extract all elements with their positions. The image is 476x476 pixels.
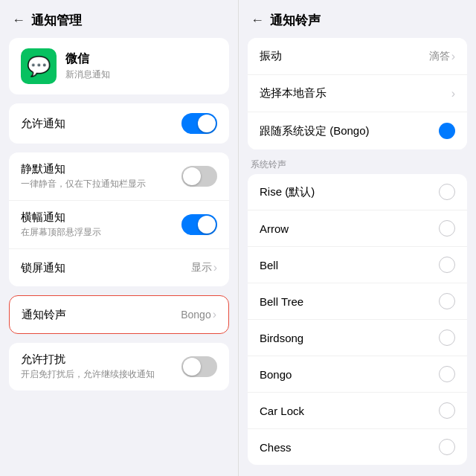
ringtone-birdsong-label: Birdsong: [260, 332, 303, 344]
lockscreen-notify-label: 锁屏通知: [21, 261, 65, 275]
ringtone-bongo-label: Bongo: [260, 368, 292, 381]
local-music-label: 选择本地音乐: [260, 86, 327, 100]
ringtone-birdsong[interactable]: Birdsong: [248, 320, 467, 356]
ringtone-value-text: Bongo: [181, 309, 210, 321]
right-back-button[interactable]: ←: [251, 13, 264, 28]
silent-notify-row: 静默通知 一律静音，仅在下拉通知栏显示: [9, 152, 229, 201]
ringtone-label: 通知铃声: [22, 308, 66, 322]
ringtone-rise-label: Rise (默认): [260, 185, 315, 199]
banner-notify-left: 横幅通知 在屏幕顶部悬浮显示: [21, 210, 181, 239]
lockscreen-notify-row[interactable]: 锁屏通知 显示 ›: [9, 249, 229, 286]
app-subtitle: 新消息通知: [65, 68, 110, 81]
lockscreen-notify-value: 显示 ›: [191, 261, 217, 274]
follow-system-radio-selected: [439, 123, 455, 139]
allow-notify-group: 允许通知: [9, 103, 229, 144]
banner-notify-toggle[interactable]: [181, 214, 217, 235]
vibrate-row[interactable]: 振动 滴答 ›: [248, 38, 467, 75]
system-ringtones-section-label: 系统铃声: [239, 152, 476, 174]
ringtone-chevron-icon: ›: [213, 308, 216, 321]
disturb-sublabel: 开启免打扰后，允许继续接收通知: [21, 368, 181, 381]
left-header: ← 通知管理: [0, 0, 238, 38]
ringtone-bell[interactable]: Bell: [248, 247, 467, 283]
silent-notify-knob: [183, 167, 201, 185]
allow-notify-toggle[interactable]: [181, 113, 217, 134]
ringtone-bell-label: Bell: [260, 259, 278, 271]
banner-notify-knob: [198, 216, 216, 234]
silent-notify-toggle[interactable]: [181, 166, 217, 187]
wechat-app-icon: 💬: [21, 48, 57, 84]
ringtone-car-lock-radio: [439, 402, 455, 419]
silent-notify-sublabel: 一律静音，仅在下拉通知栏显示: [21, 178, 181, 190]
right-panel-title: 通知铃声: [270, 12, 321, 29]
ringtone-bell-tree-label: Bell Tree: [260, 295, 303, 308]
ringtone-group: 通知铃声 Bongo ›: [9, 295, 229, 334]
banner-notify-label: 横幅通知: [21, 210, 181, 225]
silent-notify-left: 静默通知 一律静音，仅在下拉通知栏显示: [21, 162, 181, 190]
ringtone-bongo[interactable]: Bongo: [248, 356, 467, 393]
local-music-chevron-icon: ›: [451, 87, 455, 100]
ringtone-bell-tree[interactable]: Bell Tree: [248, 283, 467, 320]
left-panel-title: 通知管理: [31, 12, 82, 29]
left-back-button[interactable]: ←: [12, 13, 25, 28]
ringtone-chess[interactable]: Chess: [248, 429, 467, 465]
silent-notify-label: 静默通知: [21, 162, 181, 176]
app-card: 💬 微信 新消息通知: [9, 38, 229, 94]
allow-notify-knob: [198, 115, 216, 132]
silent-banner-group: 静默通知 一律静音，仅在下拉通知栏显示 横幅通知 在屏幕顶部悬浮显示 锁屏通知 …: [9, 152, 229, 286]
lockscreen-chevron-icon: ›: [213, 261, 217, 274]
ringtone-rise-radio: [439, 184, 455, 200]
disturb-toggle[interactable]: [181, 356, 217, 377]
system-ringtones-group: Rise (默认) Arrow Bell Bell Tree Birdsong …: [248, 174, 467, 465]
app-info: 微信 新消息通知: [65, 51, 110, 81]
vibrate-label: 振动: [260, 49, 282, 63]
ringtone-value: Bongo ›: [181, 308, 216, 321]
ringtone-arrow[interactable]: Arrow: [248, 210, 467, 247]
ringtone-chess-radio: [439, 439, 455, 455]
ringtone-chess-label: Chess: [260, 441, 292, 454]
banner-notify-row: 横幅通知 在屏幕顶部悬浮显示: [9, 201, 229, 249]
allow-notify-row: 允许通知: [9, 103, 229, 144]
vibrate-value: 滴答 ›: [429, 50, 455, 63]
vibrate-chevron-icon: ›: [451, 50, 455, 63]
ringtone-bell-radio: [439, 257, 455, 273]
ringtone-birdsong-radio: [439, 329, 455, 346]
ringtone-car-lock-label: Car Lock: [260, 405, 304, 417]
follow-system-label: 跟随系统设定 (Bongo): [260, 124, 370, 138]
vibrate-value-text: 滴答: [429, 50, 450, 63]
ringtone-arrow-radio: [439, 220, 455, 237]
ringtone-row[interactable]: 通知铃声 Bongo ›: [10, 296, 228, 333]
ringtone-rise[interactable]: Rise (默认): [248, 174, 467, 210]
banner-notify-sublabel: 在屏幕顶部悬浮显示: [21, 226, 181, 239]
ringtone-bongo-radio: [439, 366, 455, 382]
disturb-label: 允许打扰: [21, 353, 181, 367]
allow-notify-label: 允许通知: [21, 117, 65, 131]
right-header: ← 通知铃声: [239, 0, 476, 38]
follow-system-row[interactable]: 跟随系统设定 (Bongo): [248, 112, 467, 149]
right-panel: ← 通知铃声 振动 滴答 › 选择本地音乐 › 跟随系统设定 (Bongo) 系…: [238, 0, 476, 476]
top-options-group: 振动 滴答 › 选择本地音乐 › 跟随系统设定 (Bongo): [248, 38, 467, 149]
disturb-knob: [183, 358, 201, 376]
disturb-left: 允许打扰 开启免打扰后，允许继续接收通知: [21, 353, 181, 381]
ringtone-bell-tree-radio: [439, 293, 455, 309]
ringtone-arrow-label: Arrow: [260, 222, 289, 235]
disturb-group: 允许打扰 开启免打扰后，允许继续接收通知: [9, 343, 229, 390]
left-panel: ← 通知管理 💬 微信 新消息通知 允许通知 静默通知 一律静音，仅在下拉通知栏…: [0, 0, 238, 476]
wechat-logo: 💬: [27, 55, 51, 78]
local-music-row[interactable]: 选择本地音乐 ›: [248, 75, 467, 112]
app-name: 微信: [65, 51, 110, 67]
ringtone-car-lock[interactable]: Car Lock: [248, 393, 467, 429]
lockscreen-value-text: 显示: [191, 261, 212, 274]
disturb-row: 允许打扰 开启免打扰后，允许继续接收通知: [9, 343, 229, 390]
